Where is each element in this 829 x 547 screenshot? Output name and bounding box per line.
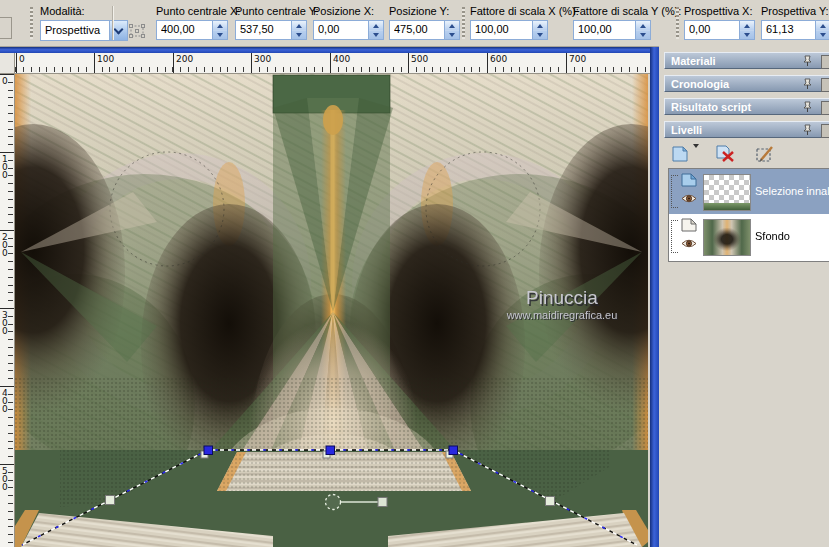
fattore-scala-y-field[interactable] <box>573 20 651 40</box>
panel-header-materiali[interactable]: Materiali <box>664 52 829 69</box>
ruler-corner <box>0 53 15 74</box>
posizione-y-input[interactable] <box>392 22 445 36</box>
transform-handle-right-mid[interactable] <box>546 497 555 506</box>
pin-icon[interactable] <box>802 124 813 136</box>
panel-lock-icon[interactable] <box>821 55 829 69</box>
punto-centrale-x-field[interactable] <box>156 20 228 40</box>
layer-link-bracket[interactable] <box>671 175 678 208</box>
layer-page-icon <box>681 173 697 187</box>
punto-centrale-y-field[interactable] <box>235 20 307 40</box>
canvas-image[interactable]: Pinuccia Pinuccia www.maidiregrafica.eu … <box>15 74 648 547</box>
pick-rectangle-button[interactable] <box>126 21 148 41</box>
posizione-x-field[interactable] <box>313 20 384 40</box>
eye-icon[interactable] <box>681 238 697 249</box>
spinner <box>739 21 754 39</box>
mode-label: Modalità: <box>40 5 128 17</box>
right-dock-panel: Materiali Cronologia Risultato script <box>659 46 829 547</box>
toolbar-grip[interactable] <box>30 7 33 39</box>
fattore-scala-y-input[interactable] <box>576 22 636 36</box>
delete-layer-icon <box>715 145 737 163</box>
spinner-down-button[interactable] <box>292 30 306 39</box>
spinner <box>635 21 650 39</box>
spinner-down-button[interactable] <box>533 30 547 39</box>
field-group-centro-x: Punto centrale X: <box>156 5 226 40</box>
svg-text:Pinuccia: Pinuccia <box>526 287 598 308</box>
spinner <box>212 21 227 39</box>
delete-layer-button[interactable] <box>711 142 741 166</box>
spinner <box>815 21 829 39</box>
field-label: Prospettiva Y: <box>761 5 829 17</box>
layer-thumbnail <box>703 219 751 256</box>
spinner <box>368 21 383 39</box>
layer-page-icon <box>681 218 697 232</box>
tool-options-bar: Modalità: Prospettiva Punto centrale X: <box>0 0 829 47</box>
transform-handle-left-mid[interactable] <box>106 496 115 505</box>
prospettiva-y-input[interactable] <box>764 22 816 36</box>
field-label: Fattore di scala Y (%): <box>573 5 649 17</box>
canvas-area[interactable]: Pinuccia Pinuccia www.maidiregrafica.eu … <box>15 74 648 547</box>
toolbar-grip[interactable] <box>462 7 465 39</box>
pin-icon[interactable] <box>802 78 813 90</box>
panel-header-risultato-script[interactable]: Risultato script <box>664 98 829 115</box>
toolbar-separator <box>112 6 113 40</box>
panel-header-livelli[interactable]: Livelli <box>664 121 829 138</box>
prospettiva-x-field[interactable] <box>684 20 755 40</box>
field-group-scala-x: Fattore di scala X (%): <box>470 5 546 40</box>
panel-title: Materiali <box>671 55 716 67</box>
panel-title: Risultato script <box>671 101 751 113</box>
mode-dropdown[interactable]: Prospettiva <box>40 20 128 41</box>
field-group-centro-y: Punto centrale Y: <box>235 5 305 40</box>
panel-lock-icon[interactable] <box>821 78 829 92</box>
spinner-down-button[interactable] <box>369 30 383 39</box>
pick-bounds-icon[interactable] <box>0 17 12 39</box>
layer-thumbnail <box>703 174 751 211</box>
vertical-ruler: 0 100 200 300 400 500 <box>0 74 15 547</box>
psp-application-window: Modalità: Prospettiva Punto centrale X: <box>0 0 829 547</box>
fattore-scala-x-input[interactable] <box>473 22 533 36</box>
punto-centrale-y-input[interactable] <box>238 22 292 36</box>
panel-header-cronologia[interactable]: Cronologia <box>664 75 829 92</box>
edit-selection-button[interactable] <box>751 142 781 166</box>
punto-centrale-x-input[interactable] <box>159 22 213 36</box>
mode-dropdown-value: Prospettiva <box>45 24 100 36</box>
field-label: Posizione X: <box>313 5 382 17</box>
spinner-down-button[interactable] <box>445 30 459 39</box>
edit-selection-icon <box>755 144 777 164</box>
panel-lock-icon[interactable] <box>821 101 829 115</box>
posizione-x-input[interactable] <box>316 22 369 36</box>
pick-rectangle-icon <box>128 22 146 40</box>
field-label: Prospettiva X: <box>684 5 753 17</box>
spinner-down-button[interactable] <box>740 30 754 39</box>
new-layer-icon <box>671 145 691 163</box>
field-label: Posizione Y: <box>389 5 458 17</box>
layers-list: Selezione innalzata Sfondo <box>668 168 829 262</box>
prospettiva-y-field[interactable] <box>761 20 829 40</box>
prospettiva-x-input[interactable] <box>687 22 740 36</box>
spinner-down-button[interactable] <box>636 30 650 39</box>
fattore-scala-x-field[interactable] <box>470 20 548 40</box>
spinner-down-button[interactable] <box>816 30 829 39</box>
pin-icon[interactable] <box>802 101 813 113</box>
layer-link-bracket[interactable] <box>671 220 678 253</box>
field-group-posizione-x: Posizione X: <box>313 5 382 40</box>
image-window-right-border <box>650 47 659 547</box>
layer-row-selezione-innalzata[interactable]: Selezione innalzata <box>669 169 829 214</box>
toolbar-grip[interactable] <box>676 7 679 39</box>
transform-pivot-handle[interactable] <box>326 495 341 510</box>
spinner-down-button[interactable] <box>213 30 227 39</box>
panel-title: Livelli <box>671 124 702 136</box>
pin-icon[interactable] <box>802 55 813 67</box>
spinner <box>444 21 459 39</box>
layer-name: Sfondo <box>755 230 790 242</box>
field-group-scala-y: Fattore di scala Y (%): <box>573 5 649 40</box>
svg-text:www.maidiregrafica.eu: www.maidiregrafica.eu <box>506 309 618 321</box>
new-layer-button[interactable] <box>667 142 703 166</box>
field-group-prospettiva-y: Prospettiva Y: <box>761 5 829 40</box>
chevron-down-icon <box>693 148 699 160</box>
layer-row-sfondo[interactable]: Sfondo <box>669 214 829 259</box>
posizione-y-field[interactable] <box>389 20 460 40</box>
field-group-prospettiva-x: Prospettiva X: <box>684 5 753 40</box>
field-label: Punto centrale X: <box>156 5 226 17</box>
eye-icon[interactable] <box>681 193 697 204</box>
panel-minimize-icon[interactable] <box>821 124 829 138</box>
